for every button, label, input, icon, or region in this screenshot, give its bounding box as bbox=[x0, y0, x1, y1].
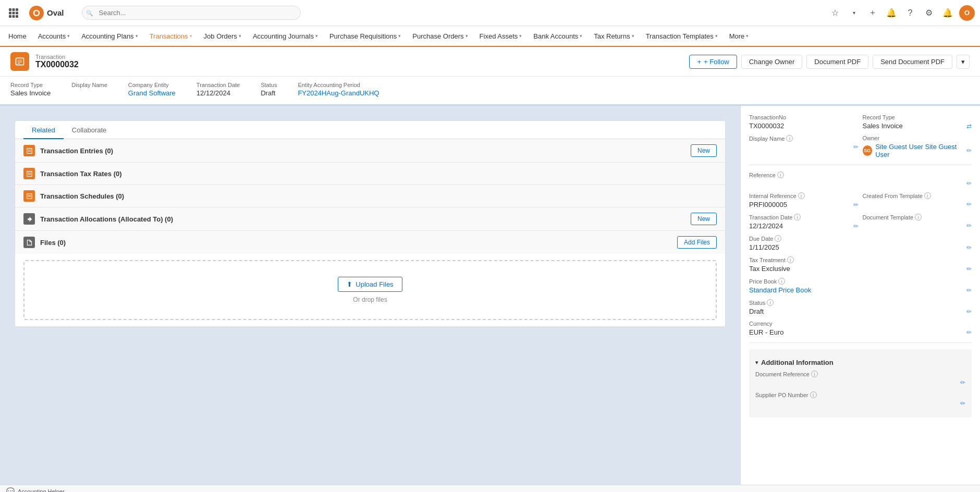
nav-purchase-orders[interactable]: Purchase Orders ▾ bbox=[407, 26, 473, 47]
status-edit-icon[interactable]: ✏ bbox=[966, 308, 972, 315]
nav-job-orders[interactable]: Job Orders ▾ bbox=[199, 26, 247, 47]
nav-purchase-requisitions[interactable]: Purchase Requisitions ▾ bbox=[324, 26, 406, 47]
intref-info-icon[interactable]: i bbox=[798, 192, 805, 199]
tax-treatment-value: Tax Exclusive ✏ bbox=[749, 265, 972, 273]
section-header-entries[interactable]: Transaction Entries (0) New bbox=[15, 139, 725, 162]
plus-icon[interactable]: ＋ bbox=[865, 6, 880, 20]
meta-transaction-date: Transaction Date 12/12/2024 bbox=[197, 82, 240, 97]
nav-accounting-journals[interactable]: Accounting Journals ▾ bbox=[248, 26, 323, 47]
reference-info-icon[interactable]: i bbox=[777, 171, 784, 178]
supplier-po-edit-icon[interactable]: ✏ bbox=[960, 400, 965, 407]
recordtype-switch-icon[interactable]: ⇄ bbox=[966, 122, 972, 130]
notification-icon[interactable]: 🔔 bbox=[940, 6, 955, 20]
nav-fixed-assets[interactable]: Fixed Assets ▾ bbox=[474, 26, 528, 47]
tab-collaborate[interactable]: Collaborate bbox=[64, 121, 115, 139]
currency-value: EUR - Euro ✏ bbox=[749, 328, 972, 336]
owner-value: SG Site Guest User Site Guest User ✏ bbox=[863, 143, 972, 158]
status-info-icon[interactable]: i bbox=[767, 299, 774, 306]
nav-accounting-plans[interactable]: Accounting Plans ▾ bbox=[76, 26, 143, 47]
actions-dropdown-button[interactable]: ▾ bbox=[957, 55, 970, 69]
app-grid-icon[interactable] bbox=[5, 5, 22, 21]
change-owner-button[interactable]: Change Owner bbox=[741, 55, 802, 69]
currency-edit-icon[interactable]: ✏ bbox=[966, 329, 972, 336]
doc-template-info-icon[interactable]: i bbox=[915, 214, 922, 220]
pricebook-link[interactable]: Standard Price Book bbox=[749, 286, 811, 294]
meta-display-name-label: Display Name bbox=[71, 82, 107, 88]
help-icon[interactable]: ? bbox=[903, 6, 917, 20]
detail-row-displayname-owner: Display Name i ✏ Owner SG Site Guest Use… bbox=[749, 135, 972, 158]
section-header-files[interactable]: Files (0) Add Files bbox=[15, 231, 725, 254]
displayname-edit-icon[interactable]: ✏ bbox=[853, 143, 859, 151]
doc-reference-info-icon[interactable]: i bbox=[811, 371, 818, 377]
meta-status-label: Status bbox=[261, 82, 277, 88]
document-pdf-button[interactable]: Document PDF bbox=[806, 55, 868, 69]
tab-related[interactable]: Related bbox=[23, 121, 64, 139]
supplier-po-info-icon[interactable]: i bbox=[810, 391, 817, 398]
duedate-label: Due Date i bbox=[749, 235, 972, 242]
recordtype-value: Sales Invoice ⇄ bbox=[863, 122, 972, 130]
displayname-info-icon[interactable]: i bbox=[786, 135, 793, 142]
allocations-new-button[interactable]: New bbox=[691, 213, 717, 225]
duedate-info-icon[interactable]: i bbox=[775, 235, 781, 242]
created-from-template-info-icon[interactable]: i bbox=[924, 192, 931, 199]
bank-accounts-chevron: ▾ bbox=[580, 33, 582, 39]
nav-home[interactable]: Home bbox=[3, 26, 32, 47]
section-header-allocations[interactable]: Transaction Allocations (Allocated To) (… bbox=[15, 207, 725, 230]
owner-label: Owner bbox=[863, 135, 972, 141]
svg-rect-2 bbox=[16, 8, 18, 11]
tax-treatment-edit-icon[interactable]: ✏ bbox=[966, 265, 972, 273]
nav-transactions[interactable]: Transactions ▾ bbox=[144, 26, 198, 47]
intref-edit-icon[interactable]: ✏ bbox=[853, 201, 859, 208]
txdate-edit-icon[interactable]: ✏ bbox=[853, 223, 859, 230]
dropdown-icon[interactable]: ▾ bbox=[847, 6, 861, 20]
meta-status-value: Draft bbox=[261, 89, 277, 97]
nav-accounts[interactable]: Accounts ▾ bbox=[33, 26, 75, 47]
meta-eap-value[interactable]: FY2024HAug-GrandUKHQ bbox=[298, 89, 379, 97]
txdate-label: Transaction Date i bbox=[749, 214, 859, 220]
detail-col-reference: Reference i ✏ bbox=[749, 171, 972, 187]
pricebook-info-icon[interactable]: i bbox=[778, 278, 785, 285]
svg-rect-20 bbox=[27, 193, 32, 199]
created-from-template-edit-icon[interactable]: ✏ bbox=[966, 201, 972, 208]
settings-icon[interactable]: ⚙ bbox=[922, 6, 936, 20]
files-icon bbox=[23, 237, 35, 248]
section-header-schedules[interactable]: Transaction Schedules (0) bbox=[15, 185, 725, 207]
detail-col-recordtype: Record Type Sales Invoice ⇄ bbox=[863, 114, 972, 130]
star-icon[interactable]: ☆ bbox=[828, 6, 842, 20]
bell-icon[interactable]: 🔔 bbox=[884, 6, 899, 20]
record-icon bbox=[10, 52, 29, 71]
doc-reference-edit-icon[interactable]: ✏ bbox=[960, 379, 965, 386]
supplier-po-label: Supplier PO Number i bbox=[755, 391, 965, 398]
panel-bg: Related Collaborate Transaction Entries … bbox=[0, 106, 740, 485]
entries-new-button[interactable]: New bbox=[691, 144, 717, 157]
svg-rect-5 bbox=[16, 11, 18, 14]
add-files-button[interactable]: Add Files bbox=[677, 236, 717, 249]
svg-rect-1 bbox=[13, 8, 15, 11]
nav-transaction-templates[interactable]: Transaction Templates ▾ bbox=[641, 26, 723, 47]
txdate-info-icon[interactable]: i bbox=[794, 214, 801, 220]
tax-treatment-info-icon[interactable]: i bbox=[787, 256, 794, 263]
upload-files-button[interactable]: ⬆ Upload Files bbox=[338, 277, 402, 292]
created-from-template-value: ✏ bbox=[863, 201, 972, 208]
doc-template-edit-icon[interactable]: ✏ bbox=[966, 222, 972, 229]
additional-info-toggle[interactable]: ▾ Additional Information bbox=[755, 354, 965, 371]
owner-edit-icon[interactable]: ✏ bbox=[966, 147, 972, 154]
search-input[interactable] bbox=[82, 6, 301, 20]
accounts-chevron: ▾ bbox=[67, 33, 70, 39]
reference-edit-icon[interactable]: ✏ bbox=[966, 180, 972, 187]
nav-tax-returns[interactable]: Tax Returns ▾ bbox=[589, 26, 639, 47]
follow-button[interactable]: + + Follow bbox=[689, 55, 737, 69]
user-avatar[interactable]: O bbox=[959, 5, 975, 21]
duedate-edit-icon[interactable]: ✏ bbox=[966, 244, 972, 251]
status-value: Draft ✏ bbox=[749, 308, 972, 315]
owner-link[interactable]: Site Guest User Site Guest User bbox=[875, 143, 966, 158]
section-title-entries: Transaction Entries (0) bbox=[23, 145, 113, 156]
send-document-pdf-button[interactable]: Send Document PDF bbox=[873, 55, 952, 69]
schedules-icon bbox=[23, 190, 35, 202]
section-header-tax-rates[interactable]: Transaction Tax Rates (0) bbox=[15, 163, 725, 185]
related-section-schedules: Transaction Schedules (0) bbox=[15, 185, 725, 207]
pricebook-edit-icon[interactable]: ✏ bbox=[966, 287, 972, 294]
meta-company-entity-value[interactable]: Grand Software bbox=[128, 89, 176, 97]
nav-more[interactable]: More ▾ bbox=[724, 26, 754, 47]
nav-bank-accounts[interactable]: Bank Accounts ▾ bbox=[528, 26, 587, 47]
